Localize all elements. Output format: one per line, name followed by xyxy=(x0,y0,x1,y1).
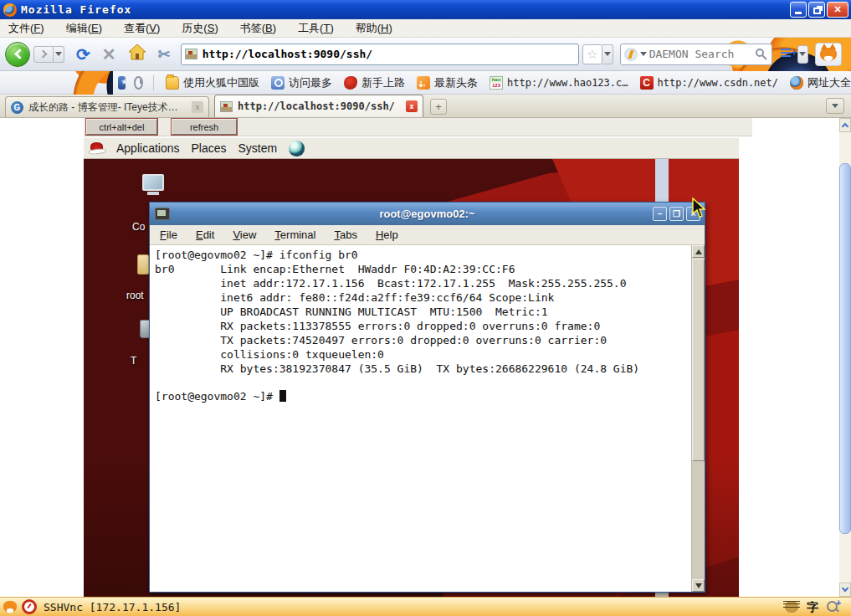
page-content: ctrl+alt+del refresh Applications Places… xyxy=(0,118,839,597)
menu-bookmarks[interactable]: 书签(B) xyxy=(240,21,276,36)
close-button[interactable]: ✕ xyxy=(827,2,848,18)
rss-icon xyxy=(417,76,430,90)
back-forward-dropdown[interactable] xyxy=(54,46,64,63)
terminal-output: [root@egovmo02 ~]# ifconfig br0 br0 Link… xyxy=(150,245,691,376)
ctrl-alt-del-button[interactable]: ctrl+alt+del xyxy=(86,119,157,135)
stop-button[interactable]: ✕ xyxy=(102,44,116,64)
search-icon[interactable] xyxy=(755,48,768,61)
firefox-app-icon xyxy=(3,3,17,17)
terminal-scrollbar[interactable] xyxy=(691,245,705,592)
screenshot-tool-button[interactable]: ✂ xyxy=(158,45,171,64)
address-dropdown-button[interactable] xyxy=(602,44,613,64)
gnome-panel: Applications Places System xyxy=(84,137,739,159)
menu-history[interactable]: 历史(S) xyxy=(182,21,218,36)
bookmark-getting-started[interactable]: 新手上路 xyxy=(344,75,405,90)
panel-menu-system[interactable]: System xyxy=(238,141,278,155)
terminal-menu-edit[interactable]: Edit xyxy=(196,228,214,241)
refresh-button[interactable]: refresh xyxy=(172,119,237,135)
zoom-plus-icon[interactable]: + xyxy=(827,601,839,613)
terminal-output-area[interactable]: [root@egovmo02 ~]# ifconfig br0 br0 Link… xyxy=(150,245,691,592)
persona-theme-art-lower xyxy=(0,71,113,95)
minimize-button[interactable] xyxy=(790,2,807,18)
most-visited-folder-icon xyxy=(271,76,285,90)
red-fox-icon xyxy=(344,76,357,90)
forward-button[interactable] xyxy=(33,46,54,63)
home-button[interactable] xyxy=(128,44,146,64)
new-tab-button[interactable]: + xyxy=(430,99,447,115)
menu-help[interactable]: 帮助(H) xyxy=(356,21,392,36)
search-box[interactable] xyxy=(620,44,772,65)
panel-menu-places[interactable]: Places xyxy=(192,141,227,155)
search-engine-dropdown-icon[interactable] xyxy=(640,52,647,56)
window-title: Mozilla Firefox xyxy=(21,3,131,16)
status-text: SSHVnc [172.17.1.156] xyxy=(44,601,181,613)
scroll-up-icon[interactable] xyxy=(692,245,705,258)
bookmark-most-visited[interactable]: 访问最多 xyxy=(271,75,332,90)
home-folder-desktop-icon[interactable] xyxy=(137,254,149,275)
browser-scroll-up-button[interactable] xyxy=(839,118,851,132)
tab-iteye-blog[interactable]: G 成长的路 - 博客管理- ITeye技术… x xyxy=(5,96,209,117)
tab-close-icon[interactable]: x xyxy=(192,101,203,113)
terminal-prompt-line: [root@egovmo02 ~]# xyxy=(155,390,286,403)
bookmark-csdn[interactable]: Chttp://www.csdn.net/ xyxy=(640,76,779,90)
terminal-menu-terminal[interactable]: Terminal xyxy=(274,228,315,241)
address-bar[interactable]: http://localhost:9090/ssh/ xyxy=(181,44,579,65)
redhat-menu-icon[interactable] xyxy=(89,141,105,155)
firefox-globe-icon xyxy=(790,76,803,90)
terminal-titlebar[interactable]: root@egovmo02:~ – ❐ × xyxy=(150,203,705,225)
scroll-down-icon[interactable] xyxy=(692,579,705,592)
bookmark-latest-headlines[interactable]: 最新头条 xyxy=(417,75,478,90)
browser-scroll-down-button[interactable] xyxy=(839,583,851,597)
translate-zi-icon[interactable]: 字 xyxy=(807,599,818,614)
menu-file[interactable]: 文件(F) xyxy=(8,21,44,36)
address-input[interactable]: http://localhost:9090/ssh/ xyxy=(202,48,575,60)
mouse-cursor xyxy=(691,198,706,219)
terminal-menu-help[interactable]: Help xyxy=(376,228,398,241)
firefox-window: Mozilla Firefox ✕ 文件(F) 编辑(E) 查看(V) 历史(S… xyxy=(0,0,851,616)
web-browser-launcher-icon[interactable] xyxy=(289,141,305,157)
terminal-window[interactable]: root@egovmo02:~ – ❐ × File Edit View Ter… xyxy=(149,202,705,593)
menu-view[interactable]: 查看(V) xyxy=(124,21,160,36)
terminal-menu-view[interactable]: View xyxy=(233,228,256,241)
menu-edit[interactable]: 编辑(E) xyxy=(66,21,102,36)
firefox-china-button[interactable] xyxy=(815,43,842,66)
back-icon xyxy=(14,49,25,59)
trash-icon-label: T xyxy=(131,355,136,367)
bookmark-manager-icon[interactable] xyxy=(118,76,126,90)
fox-status-icon xyxy=(3,601,17,613)
tab-close-icon[interactable]: x xyxy=(406,100,418,112)
browser-scrollbar[interactable] xyxy=(839,118,851,597)
computer-desktop-icon[interactable] xyxy=(142,174,171,199)
menu-tools[interactable]: 工具(T) xyxy=(298,21,334,36)
bookmark-star-button[interactable]: ☆ xyxy=(582,44,602,64)
firebug-icon[interactable] xyxy=(785,601,798,613)
terminal-menu-file[interactable]: File xyxy=(160,228,177,241)
search-engine-icon[interactable] xyxy=(624,48,638,61)
browser-menubar: 文件(F) 编辑(E) 查看(V) 历史(S) 书签(B) 工具(T) 帮助(H… xyxy=(0,19,851,38)
forward-icon xyxy=(38,50,47,59)
bookmark-hao123[interactable]: http://www.hao123.c… xyxy=(490,76,628,90)
chevron-down-icon xyxy=(832,104,838,108)
vnc-remote-desktop[interactable]: Applications Places System Co root T roo… xyxy=(84,137,739,597)
add-list-extension-button[interactable]: + xyxy=(781,47,797,62)
window-titlebar: Mozilla Firefox ✕ xyxy=(0,0,851,19)
tab-localhost-ssh[interactable]: http://localhost:9090/ssh/ x xyxy=(214,95,423,117)
back-button[interactable] xyxy=(5,42,30,67)
bookmark-site-directory[interactable]: 网址大全 xyxy=(790,75,851,90)
terminal-maximize-button[interactable]: ❐ xyxy=(669,207,684,221)
reload-button[interactable]: ⟳ xyxy=(76,44,90,64)
toolbar-separator xyxy=(153,75,154,90)
list-all-tabs-button[interactable] xyxy=(826,98,844,114)
restore-button[interactable] xyxy=(808,2,825,18)
browser-statusbar: SSHVnc [172.17.1.156] 字 + xyxy=(0,597,851,616)
terminal-menu-tabs[interactable]: Tabs xyxy=(334,228,356,241)
terminal-scrollbar-thumb[interactable] xyxy=(692,259,705,461)
csdn-icon: C xyxy=(640,76,654,90)
panel-menu-applications[interactable]: Applications xyxy=(116,141,180,155)
bookmark-firefox-china[interactable]: 使用火狐中国版 xyxy=(166,75,259,90)
search-input[interactable] xyxy=(649,48,755,60)
browser-scrollbar-thumb[interactable] xyxy=(839,163,851,534)
terminal-minimize-button[interactable]: – xyxy=(653,207,667,221)
history-icon[interactable] xyxy=(134,76,143,90)
extension-dropdown[interactable] xyxy=(797,45,808,64)
